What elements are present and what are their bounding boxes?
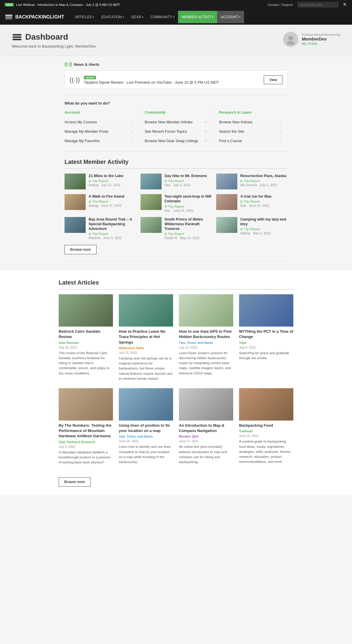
article-title[interactable]: An Introduction to Map & Compass Navigat… — [179, 423, 233, 433]
tag-icon: ⊞ — [89, 200, 91, 203]
activity-title[interactable]: Resurrection Pass, Alaska — [240, 174, 286, 178]
article-thumbnail — [179, 294, 233, 327]
article-title[interactable]: Backpacking Food — [239, 423, 293, 428]
manage-favorites-item[interactable]: Manage My Favorites › — [65, 136, 133, 145]
search-site-item[interactable]: Search the Site › — [219, 127, 282, 136]
activity-title[interactable]: Day hike to Mt. Emmons — [165, 174, 207, 178]
activity-title[interactable]: A Walk to Fire Island — [89, 194, 124, 199]
article-category[interactable]: Tips, Tricks, and Hacks — [119, 435, 173, 438]
search-input[interactable] — [297, 2, 339, 8]
article-thumbnail — [59, 294, 113, 327]
svg-rect-5 — [13, 39, 21, 40]
username: MemberDev — [302, 36, 340, 41]
article-category[interactable]: Gear Reviews — [59, 341, 113, 344]
article-excerpt: Searching for grace and gratitude throug… — [239, 351, 293, 361]
activity-title[interactable]: 21 Miles to the Lake — [89, 174, 123, 178]
contact-support-link[interactable]: Contact / Support — [268, 3, 293, 6]
article-title[interactable]: How to Practice Leave No Trace Principle… — [119, 329, 173, 345]
account-col-title: Account — [65, 110, 133, 115]
activity-title[interactable]: South Prince of Wales Wilderness Packraf… — [165, 217, 212, 231]
nav-account[interactable]: ACCOUNT▾ — [217, 11, 244, 23]
article-category[interactable]: Wilderness Skills — [119, 346, 173, 350]
article-title[interactable]: MYTHing the PCT in a Time of Change — [239, 329, 293, 339]
top-bar-right: Contact / Support 🔍 — [268, 2, 347, 8]
community-col: Community Browse New Member Articles + S… — [139, 110, 213, 145]
tag-label: Trip Report — [168, 232, 184, 236]
announcement-area: New Live Webinar - Introduction to Map &… — [5, 3, 120, 6]
activity-section: Latest Member Activity 21 Miles to the L… — [65, 152, 287, 262]
browse-more-activity-button[interactable]: Browse more — [65, 245, 97, 254]
profile-link[interactable]: My Profile — [302, 42, 317, 46]
main-nav: BACKPACKINGLIGHT ARTICLES▾ EDUCATION▾ GE… — [0, 9, 352, 25]
view-button[interactable]: View — [264, 75, 282, 84]
article-category[interactable]: Trips — [239, 341, 293, 344]
access-courses-item[interactable]: Access My Courses › — [65, 117, 133, 127]
broadcast-icon: ((·)) — [70, 76, 80, 84]
activity-info: A trial run for Max ⊞ Trip Report Dan Ju… — [240, 194, 272, 207]
logo[interactable]: BACKPACKINGLIGHT — [5, 9, 64, 25]
nav-member-activity[interactable]: MEMBER ACTIVITY — [178, 11, 217, 23]
tag-icon: ⊞ — [165, 179, 167, 183]
nav-articles[interactable]: ARTICLES▾ — [71, 11, 98, 23]
article-title[interactable]: How to use Gaia GPS to Find Hidden Backc… — [179, 329, 233, 339]
new-badge: New — [5, 3, 14, 6]
activity-info: Resurrection Pass, Alaska ⊞ Trip Report … — [240, 174, 286, 187]
activity-tag: ⊞ Trip Report — [165, 179, 207, 183]
search-icon[interactable]: 🔍 — [343, 3, 347, 7]
activity-thumbnail — [216, 194, 237, 210]
activity-title[interactable]: Two-night semi-loop in NW Colorado — [165, 194, 212, 204]
announcement-text: Live Webinar - Introduction to Map & Com… — [16, 3, 120, 6]
article-title[interactable]: Using lines of position to fix your loca… — [119, 423, 173, 433]
activity-thumbnail — [65, 194, 86, 210]
activity-item: South Prince of Wales Wilderness Packraf… — [141, 217, 212, 240]
plus-icon: + — [205, 129, 207, 134]
article-category[interactable]: Tips, Tricks, and Hacks — [179, 341, 233, 344]
article-title[interactable]: By The Numbers: Testing the Performance … — [59, 423, 113, 439]
manage-posts-item[interactable]: Manage My Member Posts › — [65, 127, 133, 136]
svg-rect-1 — [5, 16, 12, 18]
browse-articles-item[interactable]: Browse New Articles › — [219, 117, 282, 127]
activity-thumbnail — [216, 174, 237, 189]
what-columns: Account Access My Courses › Manage My Me… — [65, 110, 287, 145]
article-card: How to Practice Leave No Trace Principle… — [119, 294, 173, 381]
news-header: ((·)) News & Alerts — [65, 62, 287, 67]
activity-title[interactable]: Camping with my tarp and bivy — [240, 217, 287, 227]
find-course-item[interactable]: Find a Course › — [219, 136, 282, 145]
tag-label: Trip Report — [92, 179, 108, 183]
article-card: By The Numbers: Testing the Performance … — [59, 388, 113, 465]
activity-title[interactable]: A trial run for Max — [240, 194, 272, 199]
top-bar: New Live Webinar - Introduction to Map &… — [0, 0, 352, 9]
gear-swap-item[interactable]: Browse New Gear Swap Listings + — [145, 136, 207, 145]
activity-item: A trial run for Max ⊞ Trip Report Dan Ju… — [216, 194, 287, 212]
tag-label: Trip Report — [168, 205, 184, 208]
article-title[interactable]: Bedrock Cairn Sandals Review — [59, 329, 113, 339]
tag-label: Trip Report — [92, 232, 108, 236]
nav-education[interactable]: EDUCATION▾ — [98, 11, 128, 23]
nav-community[interactable]: COMMUNITY▾ — [147, 11, 178, 23]
alert-box: ((·)) Update Tarptent Dipole Review - Li… — [65, 70, 287, 89]
article-category[interactable]: Member Q&A — [179, 435, 233, 438]
forum-topics-item[interactable]: See Recent Forum Topics + — [145, 127, 207, 136]
chevron-right-icon: › — [131, 129, 133, 134]
articles-title: Latest Articles — [59, 279, 293, 290]
article-excerpt: A curated guide to backpacking food idea… — [239, 439, 293, 464]
activity-tag: ⊞ Trip Report — [89, 232, 136, 236]
articles-inner: Latest Articles Bedrock Cairn Sandals Re… — [59, 279, 293, 487]
article-category[interactable]: Trailhead — [239, 429, 293, 433]
tag-label: Trip Report — [244, 179, 260, 183]
chevron-right-icon: › — [280, 129, 282, 134]
nav-gear[interactable]: GEAR▾ — [128, 11, 147, 23]
svg-rect-0 — [5, 15, 12, 16]
browse-more-articles-button[interactable]: Browse more — [59, 477, 91, 487]
activity-meta: dirtbag May 2, 2022 — [240, 231, 287, 235]
dashboard-header: Dashboard Welcome back to Backpacking Li… — [0, 25, 352, 56]
membership-label: Premium Annual Membership — [302, 33, 340, 36]
activity-meta: Dan July 4, 2022 — [165, 183, 207, 187]
browse-member-articles-item[interactable]: Browse New Member Articles + — [145, 117, 207, 127]
activity-title[interactable]: Bay Area Round Trek – A Special Backpack… — [89, 217, 136, 231]
article-category[interactable]: Gear Testing & Research — [59, 440, 113, 444]
articles-grid-top: Bedrock Cairn Sandals Review Gear Review… — [59, 294, 293, 381]
activity-tag: ⊞ Trip Report — [240, 200, 272, 203]
article-date: July 5, 2022 — [59, 445, 75, 448]
activity-thumbnail — [141, 194, 162, 210]
